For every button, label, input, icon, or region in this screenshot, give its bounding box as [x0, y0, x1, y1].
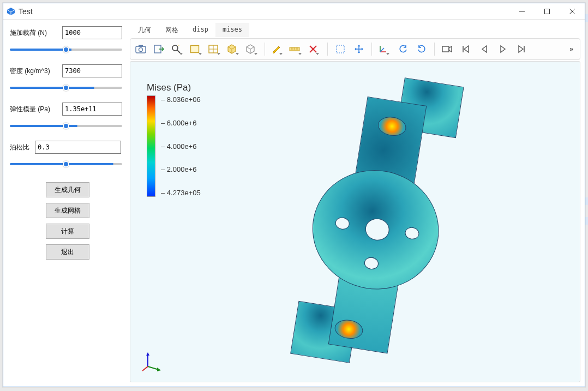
svg-rect-28 — [337, 45, 344, 53]
poisson-slider[interactable] — [10, 163, 122, 165]
camera-record-icon[interactable] — [439, 41, 455, 57]
colorbar-tick: 4.000e+6 — [161, 142, 201, 151]
orientation-triad-icon — [142, 350, 164, 372]
separator — [327, 43, 328, 56]
box-wire-icon[interactable] — [244, 41, 260, 57]
title-bar[interactable]: Test — [3, 3, 585, 20]
brush-icon[interactable] — [269, 41, 286, 57]
parameter-panel: 施加载荷 (N) 密度 (kg/m^3) 弹性模量 (Pa) 泊松比 生成几何 … — [7, 22, 125, 383]
density-label: 密度 (kg/m^3) — [10, 67, 50, 76]
colorbar-max: 8.036e+06 — [161, 95, 201, 104]
window-title: Test — [19, 7, 33, 16]
app-icon — [7, 7, 15, 16]
box-icon[interactable] — [225, 41, 242, 57]
svg-marker-35 — [482, 46, 487, 52]
svg-rect-3 — [545, 9, 550, 14]
result-tabs: 几何 网格 disp mises — [129, 22, 581, 37]
svg-line-43 — [142, 366, 148, 371]
generate-mesh-button[interactable]: 生成网格 — [46, 203, 89, 218]
generate-geometry-button[interactable]: 生成几何 — [46, 182, 89, 197]
colorbar-labels: 8.036e+06 6.000e+6 4.000e+6 2.000e+6 4.2… — [161, 95, 201, 197]
select-area-icon[interactable] — [332, 41, 349, 57]
svg-line-31 — [380, 48, 384, 52]
delete-icon[interactable] — [307, 41, 323, 57]
content-area: 施加载荷 (N) 密度 (kg/m^3) 弹性模量 (Pa) 泊松比 生成几何 … — [3, 20, 585, 387]
view-toolbar: » — [130, 38, 580, 60]
skip-last-icon[interactable] — [513, 41, 530, 57]
colorbar-gradient — [147, 95, 155, 197]
svg-line-11 — [177, 50, 180, 53]
maximize-button[interactable] — [535, 3, 560, 20]
svg-rect-8 — [139, 45, 143, 47]
tab-disp[interactable]: disp — [185, 23, 215, 37]
export-icon[interactable] — [151, 41, 167, 57]
skip-first-icon[interactable] — [458, 41, 474, 57]
colorbar: Mises (Pa) 8.036e+06 6.000e+6 4.000e+6 2… — [147, 82, 201, 197]
render-viewport[interactable]: Mises (Pa) 8.036e+06 6.000e+6 4.000e+6 2… — [130, 61, 580, 382]
colorbar-tick: 6.000e+6 — [161, 119, 201, 127]
poisson-label: 泊松比 — [10, 143, 29, 152]
youngs-slider[interactable] — [10, 125, 122, 127]
separator — [434, 43, 435, 56]
svg-rect-12 — [191, 46, 199, 53]
svg-rect-32 — [442, 46, 449, 52]
multi-view-icon[interactable] — [207, 41, 223, 57]
viewport-zone: 几何 网格 disp mises — [129, 22, 581, 383]
fit-view-icon[interactable] — [188, 41, 205, 57]
density-input[interactable] — [62, 64, 122, 77]
svg-marker-37 — [519, 46, 523, 52]
pan-icon[interactable] — [351, 41, 367, 57]
screenshot-icon[interactable] — [133, 41, 149, 57]
load-slider[interactable] — [10, 49, 122, 51]
density-slider[interactable] — [10, 87, 122, 89]
poisson-input[interactable] — [35, 141, 121, 154]
load-input[interactable] — [62, 26, 122, 39]
play-back-icon[interactable] — [476, 41, 493, 57]
app-window: Test 施加载荷 (N) 密度 (kg/m^3) 弹性模量 (Pa) — [3, 3, 585, 387]
rotate-cw-icon[interactable] — [413, 41, 430, 57]
zoom-icon[interactable] — [170, 41, 186, 57]
ruler-icon[interactable] — [288, 41, 304, 57]
window-controls — [509, 3, 585, 20]
svg-marker-36 — [501, 46, 505, 52]
svg-marker-42 — [157, 368, 161, 371]
tab-geometry[interactable]: 几何 — [131, 23, 158, 37]
svg-point-10 — [172, 45, 178, 51]
youngs-label: 弹性模量 (Pa) — [10, 105, 50, 114]
separator — [371, 43, 372, 56]
youngs-input[interactable] — [62, 103, 122, 116]
colorbar-tick: 2.000e+6 — [161, 165, 201, 173]
close-button[interactable] — [560, 3, 585, 20]
play-forward-icon[interactable] — [495, 41, 511, 57]
colorbar-min: 4.273e+05 — [161, 189, 201, 197]
svg-marker-40 — [146, 352, 149, 356]
colorbar-title: Mises (Pa) — [147, 82, 201, 93]
axis-triad-icon[interactable] — [376, 41, 393, 57]
load-label: 施加载荷 (N) — [10, 28, 47, 38]
compute-button[interactable]: 计算 — [46, 224, 89, 239]
tab-mises[interactable]: mises — [215, 23, 249, 37]
rotate-ccw-icon[interactable] — [395, 41, 411, 57]
toolbar-overflow-icon[interactable]: » — [565, 45, 578, 53]
minimize-button[interactable] — [509, 3, 535, 20]
exit-button[interactable]: 退出 — [46, 244, 89, 260]
svg-point-7 — [139, 48, 143, 52]
separator — [265, 43, 265, 56]
tab-mesh[interactable]: 网格 — [158, 23, 185, 37]
svg-marker-34 — [464, 46, 469, 52]
fea-result-model — [278, 68, 480, 382]
